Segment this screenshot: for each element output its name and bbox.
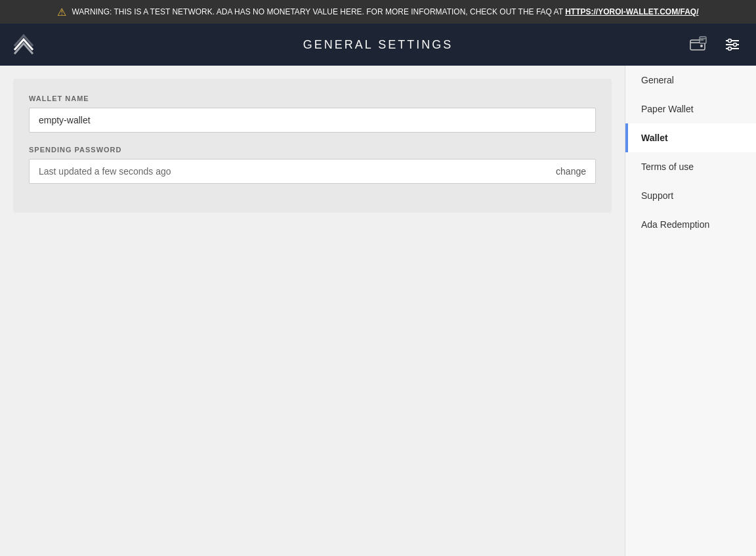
svg-point-8 — [728, 47, 732, 51]
main-layout: WALLET NAME SPENDING PASSWORD Last updat… — [0, 66, 756, 556]
content-area: WALLET NAME SPENDING PASSWORD Last updat… — [0, 66, 625, 556]
wallet-name-label: WALLET NAME — [29, 95, 596, 102]
app-header: GENERAL SETTINGS — [0, 24, 756, 66]
svg-point-6 — [728, 39, 732, 43]
warning-icon: ⚠ — [57, 6, 66, 18]
sidebar-item-terms-of-use[interactable]: Terms of use — [625, 152, 756, 181]
header-actions — [685, 32, 746, 58]
wallet-name-input[interactable] — [29, 108, 596, 133]
page-title: GENERAL SETTINGS — [303, 38, 453, 52]
settings-sidebar: General Paper Wallet Wallet Terms of use… — [625, 66, 756, 556]
warning-banner: ⚠ WARNING: THIS IS A TEST NETWORK. ADA H… — [0, 0, 756, 24]
spending-password-group: SPENDING PASSWORD Last updated a few sec… — [29, 146, 596, 184]
sidebar-item-general[interactable]: General — [625, 66, 756, 95]
wallet-name-group: WALLET NAME — [29, 95, 596, 133]
wallet-icon-button[interactable] — [685, 32, 711, 58]
settings-card: WALLET NAME SPENDING PASSWORD Last updat… — [13, 79, 612, 213]
spending-password-field: Last updated a few seconds ago change — [29, 159, 596, 184]
app-logo — [10, 32, 37, 58]
spending-password-label: SPENDING PASSWORD — [29, 146, 596, 154]
sidebar-item-paper-wallet[interactable]: Paper Wallet — [625, 95, 756, 123]
change-password-button[interactable]: change — [556, 166, 586, 177]
sidebar-item-wallet[interactable]: Wallet — [625, 123, 756, 152]
sidebar-item-support[interactable]: Support — [625, 181, 756, 210]
svg-point-1 — [700, 45, 703, 47]
spending-password-hint: Last updated a few seconds ago — [39, 166, 556, 177]
svg-point-7 — [734, 43, 737, 47]
warning-link[interactable]: HTTPS://YOROI-WALLET.COM/FAQ/ — [565, 7, 698, 16]
warning-text: WARNING: THIS IS A TEST NETWORK. ADA HAS… — [72, 7, 698, 16]
settings-icon-button[interactable] — [719, 32, 746, 58]
sidebar-item-ada-redemption[interactable]: Ada Redemption — [625, 210, 756, 239]
